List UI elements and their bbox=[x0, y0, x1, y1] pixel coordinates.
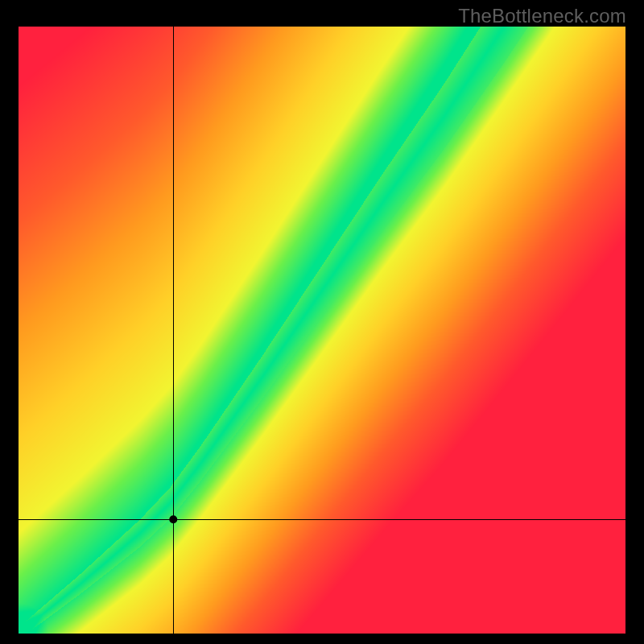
watermark-text: TheBottleneck.com bbox=[458, 5, 626, 27]
chart-frame: TheBottleneck.com bbox=[0, 0, 644, 644]
bottleneck-heatmap bbox=[19, 27, 625, 634]
